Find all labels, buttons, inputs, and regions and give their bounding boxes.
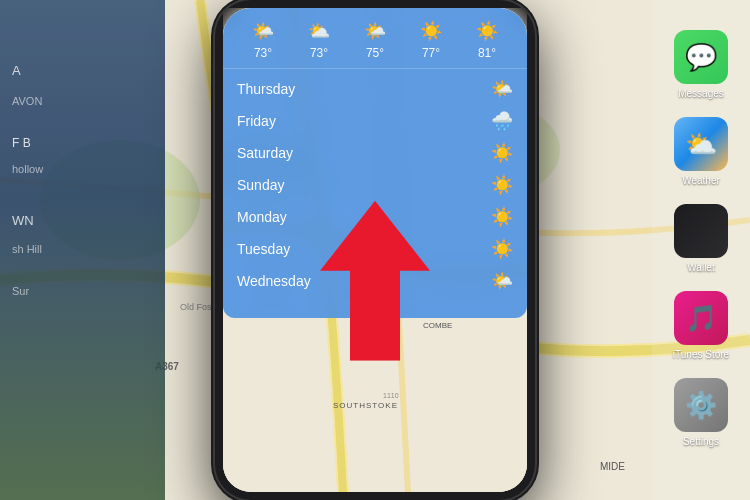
forecast-day-1: Friday <box>237 113 491 129</box>
scene: Old Fosse Rd A367 B3110 COMBE SOUTHSTOKE… <box>0 0 750 500</box>
right-dock: 💬 Messages ⛅ Weather Wallet 🎵 iTunes Sto… <box>652 0 750 500</box>
temp-icon-0: 🌤️ <box>252 20 274 42</box>
settings-label: Settings <box>683 436 719 447</box>
temp-row: 🌤️ 73° ⛅ 73° 🌤️ 75° ☀️ 77° <box>223 16 527 69</box>
temp-value-0: 73° <box>254 46 272 60</box>
forecast-icon-0: 🌤️ <box>491 78 513 100</box>
app-messages[interactable]: 💬 Messages <box>674 30 728 99</box>
temp-col-3: ☀️ 77° <box>420 20 442 60</box>
messages-label: Messages <box>678 88 724 99</box>
forecast-day-0: Thursday <box>237 81 491 97</box>
temp-value-2: 75° <box>366 46 384 60</box>
itunes-icon: 🎵 <box>674 291 728 345</box>
forecast-row-2: Saturday ☀️ <box>223 137 527 169</box>
forecast-icon-5: ☀️ <box>491 238 513 260</box>
wallet-label: Wallet <box>687 262 714 273</box>
temp-icon-1: ⛅ <box>308 20 330 42</box>
forecast-icon-3: ☀️ <box>491 174 513 196</box>
messages-icon: 💬 <box>674 30 728 84</box>
svg-text:1110: 1110 <box>383 392 399 399</box>
weather-icon: ⛅ <box>674 117 728 171</box>
forecast-day-3: Sunday <box>237 177 491 193</box>
svg-text:SOUTHSTOKE: SOUTHSTOKE <box>333 401 398 410</box>
itunes-label: iTunes Store <box>673 349 729 360</box>
forecast-row-1: Friday 🌧️ <box>223 105 527 137</box>
temp-col-1: ⛅ 73° <box>308 20 330 60</box>
temp-icon-2: 🌤️ <box>364 20 386 42</box>
settings-icon: ⚙️ <box>674 378 728 432</box>
app-itunes[interactable]: 🎵 iTunes Store <box>673 291 729 360</box>
temp-value-4: 81° <box>478 46 496 60</box>
temp-col-4: ☀️ 81° <box>476 20 498 60</box>
temp-value-3: 77° <box>422 46 440 60</box>
forecast-row-0: Thursday 🌤️ <box>223 73 527 105</box>
iphone-frame: Old Fosse Rd A367 B3110 COMBE SOUTHSTOKE… <box>215 0 535 500</box>
left-app-panel: A AVON F B hollow WN sh Hill Sur <box>0 0 165 500</box>
temp-col-0: 🌤️ 73° <box>252 20 274 60</box>
forecast-row-3: Sunday ☀️ <box>223 169 527 201</box>
temp-icon-4: ☀️ <box>476 20 498 42</box>
app-settings[interactable]: ⚙️ Settings <box>674 378 728 447</box>
red-arrow <box>320 201 430 365</box>
forecast-icon-4: ☀️ <box>491 206 513 228</box>
forecast-icon-6: 🌤️ <box>491 270 513 292</box>
forecast-icon-2: ☀️ <box>491 142 513 164</box>
temp-icon-3: ☀️ <box>420 20 442 42</box>
svg-marker-21 <box>320 201 430 361</box>
iphone-screen: Old Fosse Rd A367 B3110 COMBE SOUTHSTOKE… <box>223 8 527 492</box>
temp-col-2: 🌤️ 75° <box>364 20 386 60</box>
forecast-day-2: Saturday <box>237 145 491 161</box>
wallet-icon <box>674 204 728 258</box>
app-weather[interactable]: ⛅ Weather <box>674 117 728 186</box>
svg-text:MIDE: MIDE <box>600 461 625 472</box>
temp-value-1: 73° <box>310 46 328 60</box>
weather-label: Weather <box>682 175 720 186</box>
app-wallet[interactable]: Wallet <box>674 204 728 273</box>
forecast-icon-1: 🌧️ <box>491 110 513 132</box>
